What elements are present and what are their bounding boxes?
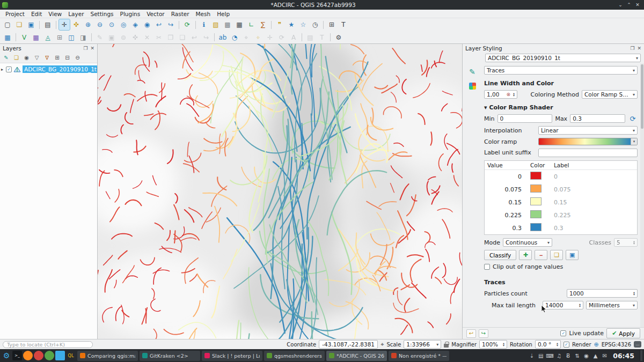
- magnifier-spin[interactable]: 100% ▴▾: [479, 340, 507, 349]
- zoom-out[interactable]: ⊖: [94, 19, 105, 30]
- line-width-spin[interactable]: 1,00 ⊗ ▴▾: [484, 90, 517, 99]
- tray-media[interactable]: ♫: [555, 351, 562, 360]
- menu-edit[interactable]: Edit: [28, 11, 45, 17]
- save-color-map-button[interactable]: ▣: [566, 250, 579, 260]
- add-feature[interactable]: ⊚: [118, 32, 129, 43]
- open-layer-styling-dock[interactable]: ✎: [2, 53, 11, 62]
- color-swatch[interactable]: [530, 184, 541, 193]
- map-tips[interactable]: ❞: [274, 19, 285, 30]
- ramp-row[interactable]: 0.2250.225: [485, 209, 637, 221]
- spin-arrows[interactable]: ▴▾: [511, 92, 515, 97]
- layer-row[interactable]: ▸ ✓ ADCIRC_BG_20190910_1t: [0, 64, 97, 74]
- add-group[interactable]: ❏: [12, 53, 21, 62]
- tray-volume[interactable]: ◉: [583, 351, 590, 360]
- live-update-checkbox[interactable]: ✓: [560, 330, 566, 336]
- layer-diagram[interactable]: ◔: [229, 32, 240, 43]
- new-layout[interactable]: ⊞: [326, 19, 337, 30]
- remove-class-button[interactable]: −: [535, 250, 547, 260]
- new-project[interactable]: ▢: [2, 19, 13, 30]
- add-raster-layer[interactable]: ▦: [31, 32, 41, 43]
- color-swatch[interactable]: [530, 172, 541, 180]
- tray-updates[interactable]: ⇣: [528, 351, 535, 360]
- rotation-spin[interactable]: 0.0 ° ▴▾: [535, 340, 561, 349]
- select-features[interactable]: ▧: [210, 19, 221, 30]
- show-desktop-button[interactable]: [640, 350, 642, 361]
- ramp-row[interactable]: 0.0750.075: [485, 183, 637, 196]
- taskbar-task[interactable]: Slack | ! peterp | Lutr...: [202, 351, 262, 361]
- float-panel-icon[interactable]: ❐: [630, 46, 634, 51]
- chevron-down-icon[interactable]: ▾: [631, 138, 637, 145]
- open-project[interactable]: ❏: [14, 19, 25, 30]
- clear-icon[interactable]: ⊗: [506, 92, 510, 97]
- label-column-header[interactable]: Label: [554, 162, 634, 168]
- color-swatch[interactable]: [530, 210, 541, 218]
- style-undo-button[interactable]: ↩: [466, 329, 476, 338]
- file-manager[interactable]: [55, 351, 65, 360]
- interpolation-combo[interactable]: Linear ▾: [538, 126, 638, 135]
- measure-line[interactable]: ∟: [246, 19, 257, 30]
- mode-combo[interactable]: Continuous ▾: [503, 238, 552, 247]
- terminal[interactable]: >_: [12, 351, 22, 360]
- minimize-button[interactable]: ⌄: [616, 2, 625, 8]
- color-swatch[interactable]: [530, 223, 541, 231]
- filter-legend[interactable]: ▽: [32, 53, 41, 62]
- crs-label[interactable]: EPSG:4326: [602, 342, 631, 348]
- app-red[interactable]: [34, 351, 43, 360]
- ramp-row[interactable]: 0.30.3: [485, 221, 637, 234]
- crs-globe-icon[interactable]: ⊕: [594, 341, 599, 348]
- label-unit-suffix-input[interactable]: [538, 149, 638, 157]
- scale-combo[interactable]: 1:33966 ▾: [404, 340, 441, 349]
- menu-vector[interactable]: Vector: [143, 11, 167, 17]
- float-panel-icon[interactable]: ❐: [83, 46, 87, 51]
- zoom-to-layer[interactable]: ◉: [142, 19, 152, 30]
- menu-project[interactable]: Project: [2, 11, 28, 17]
- clock[interactable]: 06:45: [613, 352, 634, 360]
- deselect-features[interactable]: ▩: [222, 19, 233, 30]
- redo[interactable]: ↪: [201, 32, 211, 43]
- load-color-map-button[interactable]: ❏: [550, 250, 563, 260]
- taskbar-task[interactable]: *ADCIRC - QGIS 26427...: [326, 351, 387, 361]
- taskbar-task[interactable]: Comparing qgis:mast...: [77, 351, 138, 361]
- move-label[interactable]: ✛: [265, 32, 275, 43]
- taskbar-task[interactable]: qgsmeshrenderersetti...: [264, 351, 325, 361]
- color-ramp-button[interactable]: ▾: [538, 138, 638, 145]
- annotations[interactable]: T: [317, 32, 327, 43]
- max-input[interactable]: 0.3: [570, 114, 625, 123]
- min-input[interactable]: 0: [497, 114, 553, 123]
- refresh-map[interactable]: ⟳: [182, 19, 193, 30]
- menu-settings[interactable]: Settings: [87, 11, 116, 17]
- new-bookmark[interactable]: ★: [286, 19, 297, 30]
- expand-all[interactable]: ⊞: [53, 53, 62, 62]
- pan-to-selection[interactable]: ✜: [71, 19, 82, 30]
- layer-labeling[interactable]: ab: [217, 32, 228, 43]
- statistical-summary[interactable]: ∑: [258, 19, 268, 30]
- tray-mail[interactable]: ✉: [601, 351, 608, 360]
- identify-features[interactable]: ℹ: [199, 19, 209, 30]
- color-ramp-shader-heading[interactable]: ▾ Color Ramp Shader: [484, 104, 638, 111]
- temporal-controller[interactable]: ◷: [310, 19, 320, 30]
- paste-features[interactable]: ❏: [177, 32, 188, 43]
- add-mesh-layer[interactable]: ◬: [42, 32, 53, 43]
- zoom-last[interactable]: ↩: [153, 19, 164, 30]
- save-project[interactable]: ▣: [26, 19, 36, 30]
- undo[interactable]: ↩: [189, 32, 200, 43]
- open-attribute-table[interactable]: ▦: [234, 19, 245, 30]
- copy-features[interactable]: ❐: [165, 32, 176, 43]
- zoom-in[interactable]: ⊕: [83, 19, 93, 30]
- layer-visibility-checkbox[interactable]: ✓: [6, 67, 12, 72]
- mesh-renderer-combo[interactable]: Traces ▾: [484, 66, 638, 75]
- text-annotation[interactable]: T: [338, 19, 349, 30]
- menu-help[interactable]: Help: [214, 11, 233, 17]
- expander-icon[interactable]: ▸: [1, 67, 6, 72]
- add-class-button[interactable]: ✚: [519, 250, 532, 260]
- app-launcher[interactable]: ⚙: [2, 351, 11, 360]
- remove-layer[interactable]: ⊖: [73, 53, 82, 62]
- toggle-extents-icon[interactable]: ⌖: [380, 341, 384, 348]
- styling-layer-combo[interactable]: ADCIRC_BG_20190910_1t ▾: [485, 54, 641, 62]
- value-column-header[interactable]: Value: [487, 162, 530, 168]
- coloring-method-combo[interactable]: Color Ramp Shader ▾: [582, 90, 638, 99]
- ramp-row[interactable]: 00: [485, 170, 637, 183]
- firefox[interactable]: [23, 351, 33, 360]
- classify-button[interactable]: Classify: [484, 250, 516, 260]
- highlight-pinned-labels[interactable]: ⌖: [253, 32, 264, 43]
